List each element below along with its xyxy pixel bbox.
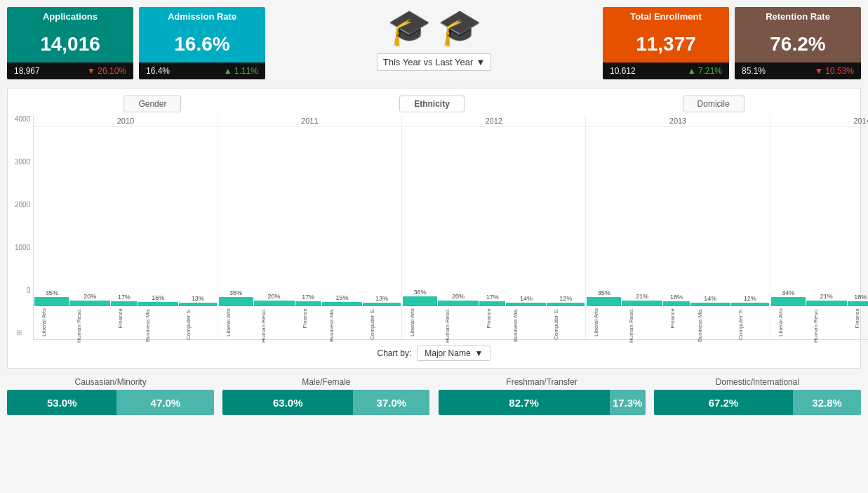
ratio-right: 37.0% [353, 390, 429, 415]
bar-name: Liberal Arts [225, 308, 232, 336]
bar-rect [806, 301, 847, 306]
admission-header: Admission Rate [139, 7, 265, 26]
bars-inner: 36%Liberal Arts20%Human Reso.17%Finance1… [402, 127, 585, 345]
ratio-left: 82.7% [439, 390, 610, 415]
admission-prev: 16.4% [146, 66, 170, 76]
bar-name: Computer S. [369, 308, 375, 340]
ratio-left: 67.2% [654, 390, 793, 415]
ratio-bar: 63.0%37.0% [222, 390, 429, 415]
bar-pct: 20% [84, 293, 96, 300]
dashboard: Applications 14,016 18,967 ▼ 26.10% Admi… [0, 0, 868, 422]
tab-ethnicity[interactable]: Ethnicity [399, 96, 465, 112]
grad-icons: 🎓 🎓 [387, 7, 481, 48]
year-label: 2013 [586, 115, 769, 127]
retention-prev: 85.1% [742, 66, 766, 76]
chart-by-label: Chart by: [378, 348, 412, 358]
bar-pct: 13% [375, 295, 388, 302]
ratio-card-3: Domestic/International67.2%32.8% [654, 377, 861, 415]
bar-item: 15%Business Ma. [322, 127, 362, 345]
bar-pct: 16% [152, 294, 164, 301]
bar-rect [663, 301, 689, 306]
bar-item: 16%Business Ma. [138, 127, 178, 345]
bar-pct: 20% [452, 293, 465, 300]
bars-inner: 35%Liberal Arts20%Human Reso.17%Finance1… [34, 127, 217, 345]
bar-rect [771, 297, 806, 306]
bar-name: Business Ma. [512, 308, 519, 342]
bar-name: Human Reso. [813, 308, 819, 343]
y-axis: 4000 3000 2000 1000 0 [15, 115, 33, 340]
bar-item: 17%Finance [479, 127, 505, 345]
retention-footer: 85.1% ▼ 10.53% [735, 63, 861, 79]
bar-rect [34, 297, 69, 306]
top-row: Applications 14,016 18,967 ▼ 26.10% Admi… [7, 7, 861, 79]
year-filter-label: This Year vs Last Year [383, 57, 474, 67]
applications-prev: 18,967 [14, 66, 40, 76]
grad-icon-1: 🎓 [387, 7, 431, 48]
bar-rect [219, 297, 253, 306]
bar-name: Liberal Arts [593, 308, 599, 336]
bar-item: 21%Human Reso. [622, 127, 662, 345]
retention-header: Retention Rate [735, 7, 861, 26]
bar-item: 14%Business Ma. [506, 127, 546, 345]
applications-header: Applications [7, 7, 133, 26]
retention-value: 76.2% [735, 26, 861, 63]
bar-pct: 17% [118, 294, 131, 301]
bar-pct: 12% [744, 295, 756, 302]
bar-rect [587, 297, 621, 306]
ratio-label: Domestic/International [654, 377, 861, 387]
bar-pct: 35% [598, 289, 610, 296]
ratio-bar: 82.7%17.3% [439, 390, 646, 415]
bar-name: Computer S. [737, 308, 744, 340]
ratio-card-1: Male/Female63.0%37.0% [222, 377, 429, 415]
bar-name: Finance [854, 308, 860, 328]
chart-tabs: Gender Ethnicity Domicile [15, 96, 853, 112]
year-group-2011: 201135%Liberal Arts20%Human Reso.17%Fina… [218, 115, 402, 339]
bar-item: 20%Human Reso. [438, 127, 479, 345]
bar-item: 20%Human Reso. [254, 127, 295, 345]
grad-icon-2: 🎓 [438, 7, 481, 48]
tab-gender[interactable]: Gender [123, 96, 181, 112]
bar-name: Liberal Arts [777, 308, 784, 336]
ratio-right: 17.3% [610, 390, 646, 415]
bars-inner: 34%Liberal Arts21%Human Reso.18%Finance1… [770, 127, 868, 345]
bar-pct: 18% [854, 294, 867, 301]
bar-item: 35%Liberal Arts [219, 127, 253, 345]
bar-name: Human Reso. [628, 308, 634, 343]
applications-footer: 18,967 ▼ 26.10% [7, 63, 133, 79]
year-filter-dropdown[interactable]: This Year vs Last Year ▼ [377, 53, 492, 71]
bar-name: Computer S. [185, 308, 192, 340]
bar-item: 17%Finance [111, 127, 137, 345]
bar-name: Human Reso. [444, 308, 450, 343]
enrollment-change: ▲ 7.21% [688, 66, 722, 76]
admission-change: ▲ 1.11% [224, 66, 258, 76]
chart-icon: ⊞ [16, 329, 22, 336]
bar-name: Business Ma. [145, 308, 151, 342]
chart-by-dropdown[interactable]: Major Name ▼ [417, 346, 490, 361]
retention-kpi: Retention Rate 76.2% 85.1% ▼ 10.53% [735, 7, 861, 79]
applications-change: ▼ 26.10% [87, 66, 126, 76]
tab-domicile[interactable]: Domicile [683, 96, 745, 112]
ratio-card-0: Causasian/Minority53.0%47.0% [7, 377, 214, 415]
bar-name: Business Ma. [697, 308, 703, 342]
bar-pct: 13% [192, 295, 204, 302]
ratio-label: Freshman/Transfer [439, 377, 646, 387]
enrollment-value: 11,377 [603, 26, 729, 63]
bar-item: 36%Liberal Arts [403, 127, 437, 345]
year-group-2014: 201434%Liberal Arts21%Human Reso.18%Fina… [770, 115, 868, 339]
year-label: 2010 [34, 115, 217, 127]
bar-pct: 12% [559, 295, 572, 302]
bar-pct: 15% [336, 294, 349, 301]
ratio-label: Male/Female [222, 377, 429, 387]
year-group-2010: 201035%Liberal Arts20%Human Reso.17%Fina… [34, 115, 218, 339]
year-label: 2014 [770, 115, 868, 127]
bar-pct: 17% [486, 294, 499, 301]
bar-name: Liberal Arts [41, 308, 47, 336]
bar-item: 21%Human Reso. [806, 127, 847, 345]
chart-section: Gender Ethnicity Domicile 4000 3000 2000… [7, 88, 861, 369]
retention-change: ▼ 10.53% [815, 66, 854, 76]
bar-pct: 17% [302, 294, 314, 301]
bar-item: 18%Finance [848, 127, 868, 345]
ratio-bars: Causasian/Minority53.0%47.0%Male/Female6… [7, 377, 861, 415]
bar-pct: 14% [704, 295, 716, 302]
bars-container: 201035%Liberal Arts20%Human Reso.17%Fina… [33, 115, 868, 340]
